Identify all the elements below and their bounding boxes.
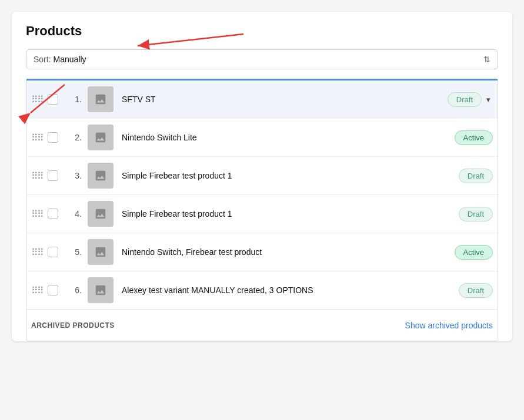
row-number: 3. — [65, 171, 82, 180]
product-image — [88, 86, 114, 112]
product-name: Simple Firebear test product 1 — [122, 209, 459, 219]
row-number: 6. — [65, 285, 82, 295]
row-checkbox[interactable] — [48, 132, 58, 143]
row-checkbox[interactable] — [48, 209, 58, 219]
row-number: 2. — [65, 133, 82, 142]
archived-bar: ARCHIVED PRODUCTS Show archived products — [26, 310, 498, 341]
drag-handle-icon[interactable]: ⠿⠿ — [31, 170, 43, 182]
table-row: ⠿⠿ 3. Simple Firebear test product 1 Dra… — [26, 157, 498, 195]
product-image — [88, 201, 114, 227]
sort-select[interactable]: Sort: Manually ⇅ — [26, 49, 498, 69]
drag-handle-icon[interactable]: ⠿⠿ — [31, 247, 43, 258]
product-name: Alexey test variant MANUALLY created, 3 … — [122, 285, 459, 295]
product-name: SFTV ST — [122, 95, 448, 104]
status-badge: Active — [455, 130, 493, 145]
row-number: 5. — [65, 247, 82, 257]
show-archived-link[interactable]: Show archived products — [405, 321, 493, 330]
row-checkbox[interactable] — [48, 94, 58, 105]
status-badge: Draft — [448, 92, 482, 107]
table-row: ⠿⠿ 4. Simple Firebear test product 1 Dra… — [26, 195, 498, 233]
status-badge: Draft — [459, 283, 493, 298]
product-image — [88, 277, 114, 303]
product-rows: ⠿⠿ 1. SFTV ST Draft ▾ ⠿⠿ 2. Nintendo Swi… — [26, 80, 498, 310]
status-badge: Active — [455, 245, 493, 260]
row-checkbox[interactable] — [48, 170, 58, 181]
table-row: ⠿⠿ 2. Nintendo Switch Lite Active — [26, 119, 498, 157]
drag-handle-icon[interactable]: ⠿⠿ — [31, 285, 43, 296]
table-row: ⠿⠿ 6. Alexey test variant MANUALLY creat… — [26, 271, 498, 310]
drag-handle-icon[interactable]: ⠿⠿ — [31, 94, 43, 105]
product-image — [88, 125, 114, 150]
row-checkbox[interactable] — [48, 247, 58, 257]
page-title: Products — [26, 23, 498, 39]
archived-label: ARCHIVED PRODUCTS — [31, 321, 115, 330]
row-number: 4. — [65, 209, 82, 219]
sort-label: Sort: — [34, 55, 51, 64]
status-dropdown-button[interactable]: ▾ — [484, 94, 493, 105]
drag-handle-icon[interactable]: ⠿⠿ — [31, 132, 43, 143]
table-row: ⠿⠿ 1. SFTV ST Draft ▾ — [26, 80, 498, 119]
row-number: 1. — [65, 95, 82, 104]
product-image — [88, 239, 114, 265]
sort-value: Manually — [54, 55, 86, 64]
row-checkbox[interactable] — [48, 285, 58, 295]
drag-handle-icon[interactable]: ⠿⠿ — [31, 209, 43, 220]
products-table: ⠿⠿ 1. SFTV ST Draft ▾ ⠿⠿ 2. Nintendo Swi… — [26, 79, 498, 310]
status-badge: Draft — [459, 169, 493, 183]
table-row: ⠿⠿ 5. Nintendo Switch, Firebear test pro… — [26, 233, 498, 271]
product-image — [88, 163, 114, 189]
product-name: Nintendo Switch, Firebear test product — [122, 247, 455, 257]
product-name: Nintendo Switch Lite — [122, 133, 455, 142]
products-container: Products Sort: Manually ⇅ — [12, 12, 512, 341]
sort-chevron-icon: ⇅ — [483, 55, 490, 64]
status-badge: Draft — [459, 207, 493, 221]
product-name: Simple Firebear test product 1 — [122, 171, 459, 180]
